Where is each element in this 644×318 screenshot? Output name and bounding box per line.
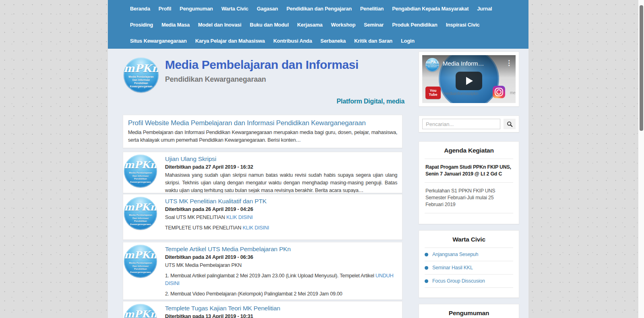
article-title-link[interactable]: Ujian Ulang Skripsi — [165, 155, 216, 163]
search-icon — [507, 121, 513, 127]
channel-avatar[interactable]: mPKn Media PembelajaranDan Informasi — [425, 58, 439, 72]
warta-link[interactable]: Seminar Hasil KKL — [432, 265, 473, 271]
warta-link[interactable]: Anjangsana Sesepuh — [432, 252, 478, 257]
site-logo-text: Media PembelajaranDan Informasi Pendidik… — [124, 75, 159, 88]
site-header: Media Pembelajaran dan Informasi Pendidi… — [165, 58, 359, 84]
nav-item-buku-dan-modul[interactable]: Buku dan Modul — [250, 22, 289, 28]
klik-disini-link[interactable]: KLIK DISINI — [226, 215, 253, 220]
warta-item: Anjangsana Sesepuh — [419, 248, 519, 261]
channel-handle-text: mediainformasipkn — [443, 91, 478, 96]
site-page: Beranda Profil Pengumuman Warta Civic Ga… — [108, 0, 528, 318]
warta-item: Focus Group Disscusion — [419, 275, 519, 287]
nav-item-kontribusi-anda[interactable]: Kontribusi Anda — [273, 38, 312, 44]
bullet-icon — [425, 253, 428, 256]
nav-item-pengabdian-kepada-masyarakat[interactable]: Pengabdian Kepada Masyarakat — [392, 6, 469, 12]
agenda-widget: Agenda Kegiatan Rapat Progam Studi PPKn … — [419, 141, 519, 224]
nav-row-2: Prosiding Media Masa Model dan Inovasi B… — [108, 17, 528, 33]
nav-item-pendidikan-dan-pengajaran[interactable]: Pendidikan dan Pengajaran — [287, 6, 352, 12]
article-card: mPKn Media PembelajaranDan Informasi Pen… — [123, 242, 402, 300]
article-thumbnail-logo[interactable]: mPKn Media PembelajaranDan Informasi Pen… — [124, 197, 157, 230]
nav-row-1: Beranda Profil Pengumuman Warta Civic Ga… — [108, 0, 528, 17]
youtube-logo-icon: YouTube — [425, 87, 441, 99]
warta-civic-widget: Warta Civic Anjangsana Sesepuh Seminar H… — [419, 230, 519, 298]
nav-item-login[interactable]: Login — [401, 38, 415, 44]
nav-item-warta-civic[interactable]: Warta Civic — [221, 6, 248, 12]
article-excerpt: Mahasiswa yang sudah ujian skripsi namun… — [165, 171, 397, 193]
warta-item: Seminar Hasil KKL — [419, 261, 519, 274]
agenda-item: Rapat Progam Studi PPKn FKIP UNS, Senin … — [419, 159, 519, 182]
video-player[interactable]: mPKn Media PembelajaranDan Informasi Med… — [422, 55, 516, 103]
article-card: Profil Website Media Pembelajaran dan In… — [123, 115, 402, 148]
article-title-link[interactable]: Templete Tugas Kajian Teori MK Penelitia… — [165, 305, 280, 312]
agenda-item: Perkulahan S1 PPKN FKIP UNS Semester Feb… — [419, 183, 519, 213]
article-card: mPKn Media PembelajaranDan Informasi Pen… — [123, 152, 402, 193]
nav-item-jurnal[interactable]: Jurnal — [477, 6, 492, 12]
search-widget — [419, 116, 519, 132]
article-card: mPKn Media PembelajaranDan Informasi Pen… — [123, 194, 402, 240]
article-publish-date: Diterbitkan pada 24 April 2019 - 06:36 — [165, 254, 397, 260]
site-logo[interactable]: mPKn Media PembelajaranDan Informasi Pen… — [124, 58, 159, 93]
top-nav: Beranda Profil Pengumuman Warta Civic Ga… — [108, 0, 528, 49]
nav-item-karya-pelajar-dan-mahasiswa[interactable]: Karya Pelajar dan Mahasiswa — [195, 38, 265, 44]
article-excerpt: Soal UTS MK PENELITIAN KLIK DISINI TEMPL… — [165, 214, 397, 232]
article-publish-date: Diterbitkan pada 27 April 2019 - 16:32 — [165, 164, 397, 170]
klik-disini-link[interactable]: KLIK DISINI — [243, 225, 269, 231]
search-button[interactable] — [504, 119, 516, 129]
pengumuman-widget: Pengumuman — [419, 304, 519, 318]
nav-item-pengumuman[interactable]: Pengumuman — [180, 6, 213, 12]
article-title-link[interactable]: Profil Website Media Pembelajaran dan In… — [128, 119, 366, 127]
article-publish-date: Diterbitkan pada 26 April 2019 - 04:26 — [165, 206, 397, 212]
marquee-text: Platform Digital, media — [108, 98, 405, 105]
play-button-icon[interactable] — [456, 72, 482, 90]
scrollbar-track[interactable] — [638, 0, 644, 318]
nav-item-gagasan[interactable]: Gagasan — [257, 6, 278, 12]
instagram-logo-icon — [493, 86, 505, 98]
article-thumbnail-logo[interactable]: mPKn Media PembelajaranDan Informasi Pen… — [124, 245, 157, 278]
warta-civic-heading: Warta Civic — [419, 231, 519, 248]
scrollbar-thumb[interactable] — [640, 5, 643, 131]
article-excerpt: Media Pembelajaran dan Informasi Pendidi… — [128, 129, 397, 144]
agenda-heading: Agenda Kegiatan — [419, 142, 519, 159]
article-publish-date: Diterbitkan pada 13 April 2019 - 10:31 — [165, 313, 397, 318]
bullet-icon — [425, 266, 428, 270]
article-thumbnail-logo[interactable]: mPKn Media PembelajaranDan Informasi Pen… — [124, 304, 157, 318]
video-widget: mPKn Media PembelajaranDan Informasi Med… — [419, 52, 519, 107]
nav-item-prosiding[interactable]: Prosiding — [130, 22, 153, 28]
nav-item-media-masa[interactable]: Media Masa — [161, 22, 190, 28]
site-title: Media Pembelajaran dan Informasi — [165, 58, 359, 72]
article-title-link[interactable]: UTS MK Penelitian Kualitatif dan PTK — [165, 198, 266, 205]
nav-row-3: Situs Kewarganegaraan Karya Pelajar dan … — [108, 33, 528, 49]
bullet-icon — [425, 279, 428, 283]
nav-item-model-dan-inovasi[interactable]: Model dan Inovasi — [198, 22, 242, 28]
nav-item-situs-kewarganegaraan[interactable]: Situs Kewarganegaraan — [130, 38, 187, 44]
kebab-menu-icon[interactable]: ⋮ — [506, 60, 512, 66]
nav-item-produk-pendidikan[interactable]: Produk Pendidikan — [392, 22, 438, 28]
pengumuman-heading: Pengumuman — [419, 304, 519, 318]
nav-item-inspirasi-civic[interactable]: Inspirasi Civic — [446, 22, 480, 28]
nav-item-kritik-dan-saran[interactable]: Kritik dan Saran — [354, 38, 392, 44]
search-input[interactable] — [422, 119, 500, 129]
nav-item-kerjasama[interactable]: Kerjasama — [297, 22, 322, 28]
article-title-link[interactable]: Tempele Artikel UTS Media Pembelajaran P… — [165, 246, 291, 253]
article-thumbnail-logo[interactable]: mPKn Media PembelajaranDan Informasi Pen… — [124, 155, 157, 188]
nav-item-seminar[interactable]: Seminar — [364, 22, 384, 28]
article-excerpt: UTS MK Media Pembelajaran PKN 1. Membuat… — [165, 262, 397, 298]
article-card: mPKn Media PembelajaranDan Informasi Pen… — [123, 301, 402, 318]
nav-item-serbaneka[interactable]: Serbaneka — [320, 38, 346, 44]
site-subtitle: Pendidikan Kewarganegaraan — [165, 75, 359, 84]
video-title[interactable]: Media Inform… — [443, 60, 502, 67]
nav-item-penelitian[interactable]: Penelitian — [360, 6, 384, 12]
warta-link[interactable]: Focus Group Disscusion — [432, 278, 485, 284]
nav-item-profil[interactable]: Profil — [159, 6, 171, 12]
channel-handle-text-right: mediainformasipkn — [510, 91, 516, 95]
nav-item-workshop[interactable]: Workshop — [331, 22, 355, 28]
site-logo-mark: mPKn — [124, 62, 159, 74]
nav-item-beranda[interactable]: Beranda — [130, 6, 150, 12]
